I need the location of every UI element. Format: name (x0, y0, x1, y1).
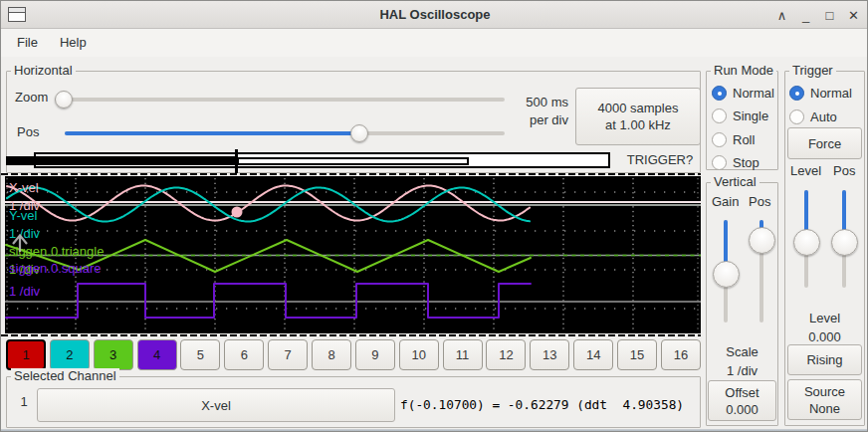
channel-button-2[interactable]: 2 (50, 339, 90, 370)
trigger-level-slider-thumb[interactable] (793, 229, 820, 256)
trigger-pos-slider-label: Pos (833, 163, 855, 178)
trigger-level-caption: Level (786, 310, 863, 326)
radio-selected-icon[interactable] (789, 86, 804, 101)
close-icon[interactable]: ✕ (846, 8, 861, 23)
trigger-option-auto[interactable]: Auto (789, 109, 837, 124)
offset-button[interactable]: Offset 0.000 (708, 380, 776, 421)
trace-siggen.0.square (6, 284, 531, 318)
trigger-status-label: TRIGGER? (618, 152, 702, 167)
samples-line1: 4000 samples (598, 100, 679, 116)
scope-canvas: X-vel1 /divY-vel1 /divsiggen.0.triangle1… (5, 176, 701, 333)
selected-channel-source-button[interactable]: X-vel (37, 388, 395, 422)
radio-icon[interactable] (712, 155, 727, 170)
trigger-source-line2: None (809, 400, 840, 417)
channel-button-4[interactable]: 4 (137, 339, 177, 370)
trigger-point-marker (232, 207, 243, 218)
zoom-slider-label: Zoom (15, 90, 48, 105)
record-captured-bar (6, 156, 237, 165)
run-mode-option-single[interactable]: Single (712, 108, 768, 123)
record-trigger-position-marker (235, 149, 238, 173)
horizontal-frame-label: Horizontal (11, 63, 76, 79)
trigger-option-normal[interactable]: Normal (789, 86, 852, 101)
record-view-box (237, 157, 469, 165)
pos-slider-label: Pos (17, 124, 39, 139)
force-button[interactable]: Force (787, 127, 862, 159)
zoom-slider-thumb[interactable] (55, 91, 73, 108)
scale-caption: Scale (706, 343, 778, 360)
run-mode-option-stop[interactable]: Stop (712, 155, 760, 170)
offset-line2: 0.000 (726, 401, 759, 418)
trigger-source-button[interactable]: Source None (787, 379, 862, 420)
selected-channel-frame-label: Selected Channel (11, 368, 119, 384)
scope-channel-label: siggen.0.triangle (9, 244, 104, 259)
scope-bottom-edge (1, 334, 701, 336)
samples-line2: at 1.00 kHz (605, 116, 671, 133)
minimize-icon[interactable]: _ (798, 8, 813, 23)
run-mode-option-label: Normal (733, 86, 774, 101)
run-mode-option-roll[interactable]: Roll (712, 132, 755, 147)
zoom-slider-track[interactable] (55, 98, 505, 102)
radio-icon[interactable] (712, 108, 727, 123)
menu-help[interactable]: Help (56, 30, 91, 56)
gain-slider-label: Gain (712, 194, 739, 209)
maximize-icon[interactable]: □ (822, 8, 837, 23)
selected-channel-number: 1 (13, 389, 35, 415)
trigger-option-label: Auto (810, 109, 837, 124)
channel-button-10[interactable]: 10 (399, 339, 439, 370)
channel-button-1[interactable]: 1 (6, 339, 46, 370)
gain-slider-thumb[interactable] (713, 261, 740, 288)
channel-button-9[interactable]: 9 (355, 339, 395, 370)
channel-button-3[interactable]: 3 (94, 339, 133, 370)
scope-top-edge (1, 173, 701, 175)
channel-button-12[interactable]: 12 (486, 339, 526, 370)
scope-channel-label: siggen.0.square (9, 261, 102, 276)
hpos-slider-thumb[interactable] (350, 124, 368, 142)
run-mode-frame-label: Run Mode (711, 63, 776, 79)
radio-icon[interactable] (712, 132, 727, 147)
trigger-pos-slider-thumb[interactable] (831, 229, 858, 256)
time-per-div-readout: 500 ms per div (504, 94, 568, 129)
trigger-edge-button[interactable]: Rising (787, 344, 862, 375)
menubar: File Help (1, 29, 868, 57)
vertical-frame-label: Vertical (711, 174, 760, 190)
scope-channel-label: 1 /div (9, 226, 41, 241)
radio-icon[interactable] (789, 109, 804, 124)
trigger-level-slider-label: Level (790, 163, 821, 178)
shade-icon[interactable]: ∧ (774, 8, 789, 23)
trigger-frame-label: Trigger (789, 63, 836, 79)
channel-button-8[interactable]: 8 (312, 339, 351, 370)
channel-button-11[interactable]: 11 (443, 339, 483, 370)
radio-selected-icon[interactable] (712, 86, 727, 101)
channel-button-6[interactable]: 6 (224, 339, 264, 370)
hpos-slider-fill (65, 131, 359, 135)
vertical-pos-slider-label: Pos (749, 194, 770, 209)
run-mode-option-label: Single (733, 108, 768, 123)
run-mode-option-label: Stop (733, 155, 760, 170)
channel-button-7[interactable]: 7 (268, 339, 308, 370)
scope-display: X-vel1 /divY-vel1 /divsiggen.0.triangle1… (5, 176, 701, 333)
samples-button[interactable]: 4000 samples at 1.00 kHz (575, 88, 701, 145)
offset-line1: Offset (725, 384, 759, 401)
window-title: HAL Oscilloscope (1, 1, 868, 29)
channel-button-14[interactable]: 14 (573, 339, 613, 370)
run-mode-option-label: Roll (733, 132, 755, 147)
scope-channel-label: 1 /div (9, 284, 41, 299)
vertical-pos-slider-thumb[interactable] (749, 227, 775, 254)
scope-channel-label: X-vel (9, 180, 39, 195)
run-mode-option-normal[interactable]: Normal (712, 86, 774, 101)
selected-channel-readout: f(-0.10700) = -0.62279 (ddt 4.90358) (400, 395, 701, 415)
trigger-option-label: Normal (810, 86, 852, 101)
trigger-source-line1: Source (804, 383, 845, 400)
channel-button-row: 12345678910111213141516 (6, 339, 701, 370)
scale-value: 1 /div (706, 362, 778, 379)
channel-button-16[interactable]: 16 (661, 339, 701, 370)
scope-channel-label: Y-vel (9, 208, 38, 223)
channel-button-15[interactable]: 15 (617, 339, 657, 370)
titlebar: HAL Oscilloscope ∧ _ □ ✕ (1, 1, 868, 29)
window-controls: ∧ _ □ ✕ (774, 1, 861, 29)
trigger-level-value: 0.000 (786, 328, 863, 345)
time-per-div-unit: per div (504, 111, 568, 129)
channel-button-13[interactable]: 13 (530, 339, 569, 370)
channel-button-5[interactable]: 5 (180, 339, 220, 370)
menu-file[interactable]: File (13, 30, 42, 56)
